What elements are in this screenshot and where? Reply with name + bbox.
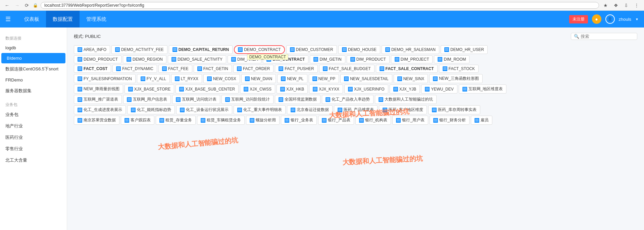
unregistered-button[interactable]: 未注册 bbox=[569, 15, 588, 23]
sidebar-item-retail[interactable]: 零售行业 bbox=[0, 143, 67, 155]
table-item-pharma-inventory[interactable]: 医药_库存周转事实表 bbox=[428, 105, 480, 114]
sidebar-item-bidemo[interactable]: BIdemo bbox=[1, 53, 65, 63]
table-item-bank-user[interactable]: 银行_用户表 bbox=[392, 116, 428, 125]
table-item-fy-v-all[interactable]: FY_V_ALL bbox=[137, 74, 170, 83]
table-item-rental-stock[interactable]: 租赁_存量业务 bbox=[156, 116, 196, 125]
sidebar-item-frdemo[interactable]: FRDemo bbox=[0, 75, 67, 85]
table-item-area-info[interactable]: AREA_INFO bbox=[74, 45, 110, 54]
table-item-pharma-product[interactable]: 医药_产品维度表 bbox=[334, 105, 378, 114]
table-item-bank-business[interactable]: 银行_业务表 bbox=[281, 116, 317, 125]
table-item-fact-stock[interactable]: FACT_STOCK bbox=[439, 65, 479, 73]
table-item-fact-order[interactable]: FACT_ORDER bbox=[233, 65, 274, 73]
download-button[interactable]: ⇩ bbox=[623, 2, 630, 9]
sidebar-item-centos[interactable]: 数据连接CentOS6.5下snort bbox=[0, 63, 67, 75]
table-item-fact-sale-contract[interactable]: FACT_SALE_CONTRACT bbox=[376, 65, 438, 73]
nav-dashboard[interactable]: 仪表板 bbox=[17, 11, 46, 27]
table-item-xjx-kyxx[interactable]: XJX_KYXX bbox=[309, 84, 343, 94]
table-item-demo-hr-salesman[interactable]: DEMO_HR_SALESMAN bbox=[382, 45, 439, 54]
table-item-fact-pusher[interactable]: FACT_PUSHER bbox=[275, 65, 317, 73]
table-item-new-cosx[interactable]: NEW_COSX bbox=[203, 74, 240, 83]
table-item-chem-equipment[interactable]: 化工_设备运行状况展示 bbox=[176, 105, 232, 114]
table-item-bank-org[interactable]: 银行_机构表 bbox=[355, 116, 391, 125]
table-item-fy-salesinfo[interactable]: FY_SALESINFORMATION bbox=[74, 74, 136, 83]
address-bar[interactable] bbox=[41, 2, 599, 9]
table-item-dim-room[interactable]: DIM_ROOM bbox=[434, 55, 469, 63]
table-item-customer-tracking[interactable]: 客户跟踪表 bbox=[121, 116, 154, 125]
table-item-demo-capital-return[interactable]: DEMO_CAPITAL_RETURN bbox=[169, 45, 233, 54]
table-item-demo-hr-user[interactable]: DEMO_HR_USER bbox=[441, 45, 488, 54]
search-box[interactable]: 🔍 bbox=[571, 33, 637, 40]
sidebar-item-package-root[interactable]: 业务包 bbox=[0, 109, 67, 120]
table-item-new-sinx[interactable]: NEW_SINX bbox=[394, 74, 428, 83]
table-item-internet-visit-stat[interactable]: 互联网_访问统计表 bbox=[172, 95, 220, 104]
table-item-demo-house[interactable]: DEMO_HOUSE bbox=[338, 45, 380, 54]
menu-button[interactable]: ⋮ bbox=[633, 2, 641, 9]
forward-button[interactable]: → bbox=[13, 2, 21, 9]
table-name: FACT_SALE_BUDGET bbox=[329, 66, 371, 71]
table-item-new-triangle[interactable]: NEW_三角函数柱形图 bbox=[429, 74, 483, 83]
table-item-lt-ryxx[interactable]: LT_RYXX bbox=[171, 74, 202, 83]
table-item-xjx-userinfo[interactable]: XJX_USERINFO bbox=[344, 84, 388, 94]
table-item-internet-visit-stage[interactable]: 互联网_访问阶段统计 bbox=[221, 95, 274, 104]
table-item-fact-sale-budget[interactable]: FACT_SALE_BUDGET bbox=[319, 65, 375, 73]
user-dropdown-arrow[interactable]: ▼ bbox=[635, 17, 639, 21]
table-item-internet-channel[interactable]: 互联网_推广渠道表 bbox=[74, 95, 122, 104]
table-item-nanjing-suoguo[interactable]: 南京苏果营业数据 bbox=[74, 116, 119, 125]
table-item-fact-getin[interactable]: FACT_GETIN bbox=[194, 65, 232, 73]
table-item-xjx-cwss[interactable]: XJX_CWSS bbox=[240, 84, 275, 94]
table-item-new-pl[interactable]: NEW_PL bbox=[277, 74, 307, 83]
table-item-new-rainfall[interactable]: NEW_降雨量折线图 bbox=[74, 84, 123, 94]
table-item-internet-region[interactable]: 互联网_地区维度表 bbox=[459, 84, 507, 94]
notification-bell[interactable]: ● bbox=[592, 14, 601, 24]
sidebar-item-other[interactable]: 北工大含量 bbox=[0, 155, 67, 166]
search-input[interactable] bbox=[581, 34, 634, 39]
table-item-employee[interactable]: 雇员 bbox=[471, 116, 492, 125]
table-icon bbox=[350, 57, 355, 62]
sidebar-item-server-dataset[interactable]: 服务器数据集 bbox=[0, 85, 67, 97]
table-item-yewu-dev[interactable]: YEWU_DEV bbox=[421, 84, 457, 94]
table-item-chem-progress[interactable]: 化工_生成进度表展示 bbox=[74, 105, 126, 114]
table-item-demo-contract[interactable]: DEMO_CONTRACT bbox=[234, 45, 285, 54]
table-item-xjx-base-store[interactable]: XJX_BASE_STORE bbox=[125, 84, 175, 94]
table-item-fact-fee[interactable]: FACT_FEE bbox=[158, 65, 192, 73]
table-item-beijing-migration[interactable]: 北京春运迁徙数据 bbox=[287, 105, 333, 114]
table-item-new-pp[interactable]: NEW_PP bbox=[309, 74, 339, 83]
table-item-bank-product[interactable]: 银行_产品表 bbox=[318, 116, 354, 125]
table-icon bbox=[225, 97, 230, 102]
table-item-internet-user[interactable]: 互联网_用户信息表 bbox=[123, 95, 171, 104]
table-item-dim-project[interactable]: DIM_PROJECT bbox=[391, 55, 433, 63]
table-item-xjx-hkb[interactable]: XJX_HKB bbox=[277, 84, 308, 94]
table-item-dim-product[interactable]: DIM_PRODUCT bbox=[347, 55, 390, 63]
table-item-demo-customer[interactable]: DEMO_CUSTOMER bbox=[286, 45, 337, 54]
table-item-rental-vehicle[interactable]: 租赁_车辆租赁业务 bbox=[197, 116, 245, 125]
extensions-button[interactable]: ❖ bbox=[612, 2, 620, 9]
table-item-new-dian[interactable]: NEW_DIAN bbox=[241, 74, 276, 83]
table-item-xjx-base-sub-center[interactable]: XJX_BASE_SUB_CENTER bbox=[176, 84, 239, 94]
refresh-button[interactable]: ⟳ bbox=[23, 2, 30, 9]
table-item-fact-cost[interactable]: FACT_COST bbox=[74, 65, 111, 73]
table-item-bigdata-trap-label[interactable]: 大数据和人工智能骗过的坑 bbox=[375, 95, 437, 104]
table-item-demo-activity-fee[interactable]: DEMO_ACTIVITY_FEE bbox=[111, 45, 167, 54]
sidebar-item-logdb[interactable]: logdb bbox=[0, 43, 67, 53]
table-item-national-env[interactable]: 全国环境监测数据 bbox=[275, 95, 320, 104]
table-item-chem-income[interactable]: 化工_产品收入率趋势 bbox=[322, 95, 374, 104]
table-item-demo-region[interactable]: DEMO_REGION bbox=[123, 55, 166, 63]
nav-admin[interactable]: 管理系统 bbox=[80, 11, 113, 27]
menu-icon[interactable]: ☰ bbox=[5, 15, 11, 23]
table-item-pharma-region[interactable]: 医药_客户地区维度 bbox=[379, 105, 427, 114]
table-item-spiral-analysis[interactable]: 螺旋分析用 bbox=[246, 116, 280, 125]
table-item-demo-product[interactable]: DEMO_PRODUCT bbox=[74, 55, 121, 63]
bookmark-button[interactable]: ★ bbox=[602, 2, 609, 9]
table-item-demo-sale-activity[interactable]: DEMO_SALE_ACTIVITY bbox=[168, 55, 226, 63]
table-item-chem-energy[interactable]: 化工_能耗指标趋势 bbox=[127, 105, 175, 114]
table-item-bank-finance[interactable]: 银行_财务分析 bbox=[430, 116, 469, 125]
table-item-fact-dynamic[interactable]: FACT_DYNAMIC bbox=[112, 65, 157, 73]
sidebar-item-pharma[interactable]: 医药行业 bbox=[0, 132, 67, 143]
table-item-xjx-yjb[interactable]: XJX_YJB bbox=[390, 84, 420, 94]
table-item-chem-events[interactable]: 化工_重大事件明细表 bbox=[234, 105, 286, 114]
table-item-dim-getin[interactable]: DIM_GETIN bbox=[310, 55, 345, 63]
back-button[interactable]: ← bbox=[3, 2, 11, 9]
sidebar-item-real-estate[interactable]: 地产行业 bbox=[0, 120, 67, 132]
nav-data-config[interactable]: 数据配置 bbox=[46, 11, 80, 27]
table-item-new-salesdetail[interactable]: NEW_SALESDETAIL bbox=[340, 74, 392, 83]
